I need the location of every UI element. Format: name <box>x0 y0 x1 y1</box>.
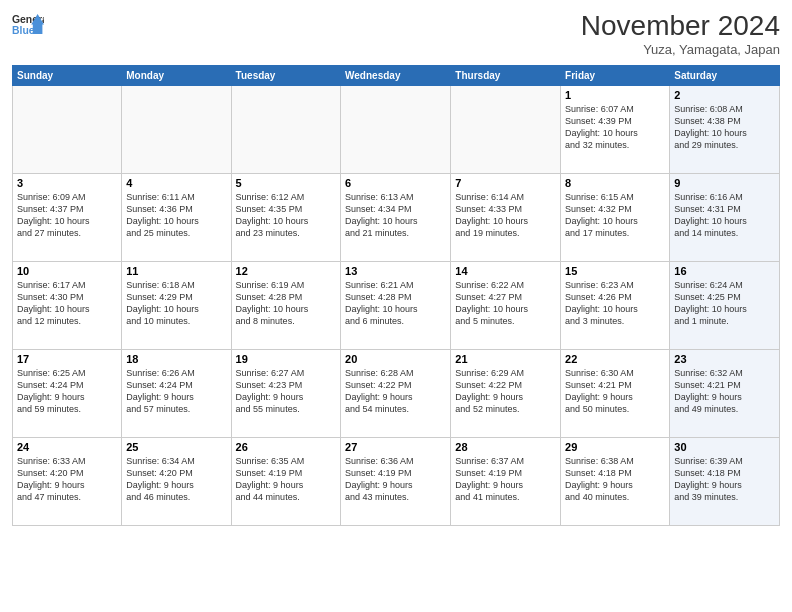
day-info: Sunrise: 6:25 AM Sunset: 4:24 PM Dayligh… <box>17 367 117 416</box>
calendar-cell <box>122 86 231 174</box>
calendar-week-3: 10Sunrise: 6:17 AM Sunset: 4:30 PM Dayli… <box>13 262 780 350</box>
day-info: Sunrise: 6:19 AM Sunset: 4:28 PM Dayligh… <box>236 279 336 328</box>
day-number: 21 <box>455 353 556 365</box>
calendar-cell: 19Sunrise: 6:27 AM Sunset: 4:23 PM Dayli… <box>231 350 340 438</box>
day-info: Sunrise: 6:15 AM Sunset: 4:32 PM Dayligh… <box>565 191 665 240</box>
day-number: 28 <box>455 441 556 453</box>
weekday-header-thursday: Thursday <box>451 66 561 86</box>
calendar-cell: 7Sunrise: 6:14 AM Sunset: 4:33 PM Daylig… <box>451 174 561 262</box>
day-info: Sunrise: 6:12 AM Sunset: 4:35 PM Dayligh… <box>236 191 336 240</box>
weekday-header-friday: Friday <box>561 66 670 86</box>
day-number: 6 <box>345 177 446 189</box>
title-section: November 2024 Yuza, Yamagata, Japan <box>581 10 780 57</box>
day-info: Sunrise: 6:34 AM Sunset: 4:20 PM Dayligh… <box>126 455 226 504</box>
day-info: Sunrise: 6:38 AM Sunset: 4:18 PM Dayligh… <box>565 455 665 504</box>
day-info: Sunrise: 6:16 AM Sunset: 4:31 PM Dayligh… <box>674 191 775 240</box>
day-number: 11 <box>126 265 226 277</box>
weekday-header-row: SundayMondayTuesdayWednesdayThursdayFrid… <box>13 66 780 86</box>
day-number: 10 <box>17 265 117 277</box>
month-title: November 2024 <box>581 10 780 42</box>
calendar-week-5: 24Sunrise: 6:33 AM Sunset: 4:20 PM Dayli… <box>13 438 780 526</box>
day-number: 13 <box>345 265 446 277</box>
calendar-cell: 27Sunrise: 6:36 AM Sunset: 4:19 PM Dayli… <box>341 438 451 526</box>
calendar-cell: 18Sunrise: 6:26 AM Sunset: 4:24 PM Dayli… <box>122 350 231 438</box>
day-number: 8 <box>565 177 665 189</box>
calendar-cell: 21Sunrise: 6:29 AM Sunset: 4:22 PM Dayli… <box>451 350 561 438</box>
calendar-week-4: 17Sunrise: 6:25 AM Sunset: 4:24 PM Dayli… <box>13 350 780 438</box>
calendar-cell: 29Sunrise: 6:38 AM Sunset: 4:18 PM Dayli… <box>561 438 670 526</box>
day-number: 24 <box>17 441 117 453</box>
calendar-cell: 20Sunrise: 6:28 AM Sunset: 4:22 PM Dayli… <box>341 350 451 438</box>
day-number: 16 <box>674 265 775 277</box>
weekday-header-sunday: Sunday <box>13 66 122 86</box>
day-number: 4 <box>126 177 226 189</box>
calendar-cell: 13Sunrise: 6:21 AM Sunset: 4:28 PM Dayli… <box>341 262 451 350</box>
day-info: Sunrise: 6:18 AM Sunset: 4:29 PM Dayligh… <box>126 279 226 328</box>
day-info: Sunrise: 6:36 AM Sunset: 4:19 PM Dayligh… <box>345 455 446 504</box>
day-number: 26 <box>236 441 336 453</box>
weekday-header-monday: Monday <box>122 66 231 86</box>
calendar-cell <box>231 86 340 174</box>
day-info: Sunrise: 6:09 AM Sunset: 4:37 PM Dayligh… <box>17 191 117 240</box>
day-number: 18 <box>126 353 226 365</box>
day-number: 22 <box>565 353 665 365</box>
header: General Blue November 2024 Yuza, Yamagat… <box>12 10 780 57</box>
calendar-cell: 16Sunrise: 6:24 AM Sunset: 4:25 PM Dayli… <box>670 262 780 350</box>
day-info: Sunrise: 6:33 AM Sunset: 4:20 PM Dayligh… <box>17 455 117 504</box>
calendar-cell: 28Sunrise: 6:37 AM Sunset: 4:19 PM Dayli… <box>451 438 561 526</box>
calendar-cell: 3Sunrise: 6:09 AM Sunset: 4:37 PM Daylig… <box>13 174 122 262</box>
logo-icon: General Blue <box>12 10 44 42</box>
day-number: 1 <box>565 89 665 101</box>
calendar-cell: 17Sunrise: 6:25 AM Sunset: 4:24 PM Dayli… <box>13 350 122 438</box>
day-info: Sunrise: 6:22 AM Sunset: 4:27 PM Dayligh… <box>455 279 556 328</box>
day-number: 23 <box>674 353 775 365</box>
location-subtitle: Yuza, Yamagata, Japan <box>581 42 780 57</box>
svg-text:Blue: Blue <box>12 25 35 36</box>
day-info: Sunrise: 6:37 AM Sunset: 4:19 PM Dayligh… <box>455 455 556 504</box>
day-info: Sunrise: 6:35 AM Sunset: 4:19 PM Dayligh… <box>236 455 336 504</box>
calendar-cell: 11Sunrise: 6:18 AM Sunset: 4:29 PM Dayli… <box>122 262 231 350</box>
day-info: Sunrise: 6:08 AM Sunset: 4:38 PM Dayligh… <box>674 103 775 152</box>
day-number: 9 <box>674 177 775 189</box>
calendar-cell: 12Sunrise: 6:19 AM Sunset: 4:28 PM Dayli… <box>231 262 340 350</box>
day-info: Sunrise: 6:27 AM Sunset: 4:23 PM Dayligh… <box>236 367 336 416</box>
calendar-week-1: 1Sunrise: 6:07 AM Sunset: 4:39 PM Daylig… <box>13 86 780 174</box>
page-container: General Blue November 2024 Yuza, Yamagat… <box>0 0 792 612</box>
day-info: Sunrise: 6:23 AM Sunset: 4:26 PM Dayligh… <box>565 279 665 328</box>
calendar-cell: 5Sunrise: 6:12 AM Sunset: 4:35 PM Daylig… <box>231 174 340 262</box>
day-number: 7 <box>455 177 556 189</box>
day-number: 17 <box>17 353 117 365</box>
calendar-cell: 10Sunrise: 6:17 AM Sunset: 4:30 PM Dayli… <box>13 262 122 350</box>
weekday-header-saturday: Saturday <box>670 66 780 86</box>
day-info: Sunrise: 6:26 AM Sunset: 4:24 PM Dayligh… <box>126 367 226 416</box>
calendar-cell: 9Sunrise: 6:16 AM Sunset: 4:31 PM Daylig… <box>670 174 780 262</box>
calendar-cell: 23Sunrise: 6:32 AM Sunset: 4:21 PM Dayli… <box>670 350 780 438</box>
day-number: 29 <box>565 441 665 453</box>
day-number: 12 <box>236 265 336 277</box>
day-number: 2 <box>674 89 775 101</box>
day-info: Sunrise: 6:39 AM Sunset: 4:18 PM Dayligh… <box>674 455 775 504</box>
day-info: Sunrise: 6:17 AM Sunset: 4:30 PM Dayligh… <box>17 279 117 328</box>
weekday-header-wednesday: Wednesday <box>341 66 451 86</box>
calendar-cell <box>341 86 451 174</box>
day-info: Sunrise: 6:14 AM Sunset: 4:33 PM Dayligh… <box>455 191 556 240</box>
day-info: Sunrise: 6:13 AM Sunset: 4:34 PM Dayligh… <box>345 191 446 240</box>
day-info: Sunrise: 6:24 AM Sunset: 4:25 PM Dayligh… <box>674 279 775 328</box>
day-info: Sunrise: 6:30 AM Sunset: 4:21 PM Dayligh… <box>565 367 665 416</box>
day-number: 30 <box>674 441 775 453</box>
calendar-cell <box>13 86 122 174</box>
day-number: 5 <box>236 177 336 189</box>
day-number: 20 <box>345 353 446 365</box>
calendar-cell: 30Sunrise: 6:39 AM Sunset: 4:18 PM Dayli… <box>670 438 780 526</box>
calendar-cell: 24Sunrise: 6:33 AM Sunset: 4:20 PM Dayli… <box>13 438 122 526</box>
calendar-cell: 22Sunrise: 6:30 AM Sunset: 4:21 PM Dayli… <box>561 350 670 438</box>
calendar-cell: 6Sunrise: 6:13 AM Sunset: 4:34 PM Daylig… <box>341 174 451 262</box>
calendar-cell: 15Sunrise: 6:23 AM Sunset: 4:26 PM Dayli… <box>561 262 670 350</box>
day-number: 14 <box>455 265 556 277</box>
calendar-week-2: 3Sunrise: 6:09 AM Sunset: 4:37 PM Daylig… <box>13 174 780 262</box>
day-number: 3 <box>17 177 117 189</box>
calendar-cell: 14Sunrise: 6:22 AM Sunset: 4:27 PM Dayli… <box>451 262 561 350</box>
calendar-cell: 1Sunrise: 6:07 AM Sunset: 4:39 PM Daylig… <box>561 86 670 174</box>
day-info: Sunrise: 6:11 AM Sunset: 4:36 PM Dayligh… <box>126 191 226 240</box>
day-number: 19 <box>236 353 336 365</box>
